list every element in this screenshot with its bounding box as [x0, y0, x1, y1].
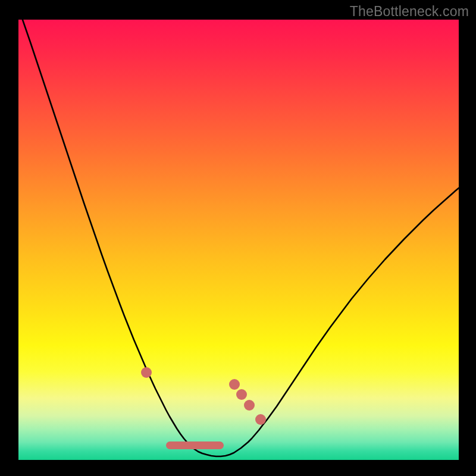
watermark-text: TheBottleneck.com [350, 4, 469, 20]
data-marker [244, 400, 255, 411]
data-marker [229, 379, 240, 390]
plot-area [18, 20, 459, 460]
data-marker [236, 389, 247, 400]
chart-stage: TheBottleneck.com [0, 0, 476, 476]
data-marker [141, 367, 152, 378]
optimal-range-bar [166, 441, 224, 449]
data-marker [255, 414, 266, 425]
